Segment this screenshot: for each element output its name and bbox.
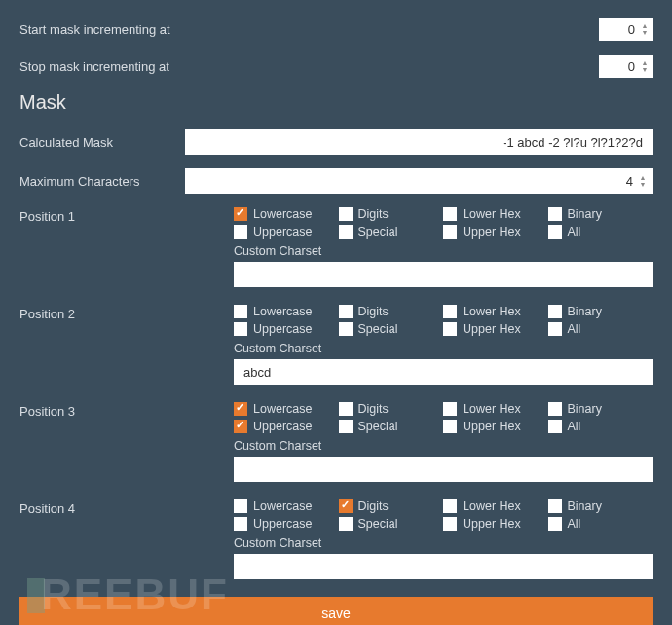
max-chars-input[interactable]: [185, 168, 653, 194]
binary-checkbox-label: Binary: [568, 499, 602, 513]
binary-checkbox[interactable]: [548, 305, 562, 318]
lowercase-checkbox[interactable]: [234, 499, 247, 513]
binary-checkbox-label: Binary: [568, 207, 602, 221]
upperhex-checkbox[interactable]: [443, 322, 457, 336]
special-checkbox[interactable]: [339, 225, 353, 239]
stop-mask-label: Stop mask incrementing at: [19, 59, 234, 74]
save-button[interactable]: save: [19, 597, 653, 625]
custom-charset-input[interactable]: [234, 457, 653, 482]
spinner-icon[interactable]: ▲▼: [637, 170, 649, 192]
custom-charset-label: Custom Charset: [234, 439, 653, 453]
upperhex-checkbox[interactable]: [443, 420, 457, 433]
uppercase-checkbox-label: Uppercase: [253, 420, 312, 433]
upperhex-checkbox[interactable]: [443, 517, 457, 531]
all-checkbox-label: All: [568, 517, 581, 531]
position-label: Position 1: [19, 207, 234, 297]
uppercase-checkbox-label: Uppercase: [253, 322, 312, 336]
uppercase-checkbox-label: Uppercase: [253, 225, 312, 239]
uppercase-checkbox[interactable]: [234, 225, 247, 239]
uppercase-checkbox[interactable]: [234, 420, 247, 433]
binary-checkbox-label: Binary: [568, 305, 602, 318]
calculated-mask-label: Calculated Mask: [19, 135, 185, 150]
upperhex-checkbox-label: Upper Hex: [463, 420, 521, 433]
lowercase-checkbox[interactable]: [234, 402, 247, 416]
lowerhex-checkbox[interactable]: [443, 402, 457, 416]
digits-checkbox-label: Digits: [358, 305, 389, 318]
spinner-icon[interactable]: ▲▼: [639, 55, 651, 77]
custom-charset-input[interactable]: [234, 359, 653, 385]
special-checkbox[interactable]: [339, 420, 353, 433]
all-checkbox-label: All: [568, 420, 581, 433]
lowerhex-checkbox[interactable]: [443, 207, 457, 221]
position-label: Position 3: [19, 402, 234, 492]
digits-checkbox[interactable]: [339, 499, 353, 513]
all-checkbox[interactable]: [548, 322, 562, 336]
lowerhex-checkbox-label: Lower Hex: [463, 305, 521, 318]
lowerhex-checkbox[interactable]: [443, 305, 457, 318]
max-chars-label: Maximum Characters: [19, 174, 185, 189]
binary-checkbox[interactable]: [548, 499, 562, 513]
uppercase-checkbox-label: Uppercase: [253, 517, 312, 531]
lowerhex-checkbox-label: Lower Hex: [463, 499, 521, 513]
upperhex-checkbox-label: Upper Hex: [463, 322, 521, 336]
upperhex-checkbox-label: Upper Hex: [463, 517, 521, 531]
custom-charset-label: Custom Charset: [234, 536, 653, 550]
spinner-icon[interactable]: ▲▼: [639, 18, 651, 40]
special-checkbox[interactable]: [339, 322, 353, 336]
lowercase-checkbox-label: Lowercase: [253, 499, 312, 513]
binary-checkbox-label: Binary: [568, 402, 602, 416]
binary-checkbox[interactable]: [548, 207, 562, 221]
lowerhex-checkbox-label: Lower Hex: [463, 207, 521, 221]
all-checkbox[interactable]: [548, 517, 562, 531]
all-checkbox[interactable]: [548, 225, 562, 239]
digits-checkbox[interactable]: [339, 207, 353, 221]
digits-checkbox-label: Digits: [358, 207, 389, 221]
lowercase-checkbox[interactable]: [234, 305, 247, 318]
uppercase-checkbox[interactable]: [234, 517, 247, 531]
all-checkbox-label: All: [568, 322, 581, 336]
custom-charset-input[interactable]: [234, 262, 653, 287]
lowerhex-checkbox[interactable]: [443, 499, 457, 513]
special-checkbox[interactable]: [339, 517, 353, 531]
position-label: Position 4: [19, 499, 234, 589]
special-checkbox-label: Special: [358, 420, 398, 433]
upperhex-checkbox[interactable]: [443, 225, 457, 239]
custom-charset-label: Custom Charset: [234, 342, 653, 355]
all-checkbox[interactable]: [548, 420, 562, 433]
upperhex-checkbox-label: Upper Hex: [463, 225, 521, 239]
binary-checkbox[interactable]: [548, 402, 562, 416]
lowercase-checkbox-label: Lowercase: [253, 305, 312, 318]
lowercase-checkbox-label: Lowercase: [253, 207, 312, 221]
digits-checkbox-label: Digits: [358, 499, 389, 513]
all-checkbox-label: All: [568, 225, 581, 239]
digits-checkbox[interactable]: [339, 402, 353, 416]
digits-checkbox[interactable]: [339, 305, 353, 318]
calculated-mask-input[interactable]: [185, 129, 653, 155]
special-checkbox-label: Special: [358, 517, 398, 531]
lowercase-checkbox[interactable]: [234, 207, 247, 221]
lowerhex-checkbox-label: Lower Hex: [463, 402, 521, 416]
mask-section-title: Mask: [19, 92, 653, 114]
custom-charset-label: Custom Charset: [234, 244, 653, 258]
uppercase-checkbox[interactable]: [234, 322, 247, 336]
digits-checkbox-label: Digits: [358, 402, 389, 416]
special-checkbox-label: Special: [358, 322, 398, 336]
start-mask-label: Start mask incrementing at: [19, 22, 234, 37]
lowercase-checkbox-label: Lowercase: [253, 402, 312, 416]
special-checkbox-label: Special: [358, 225, 398, 239]
custom-charset-input[interactable]: [234, 554, 653, 579]
position-label: Position 2: [19, 305, 234, 394]
